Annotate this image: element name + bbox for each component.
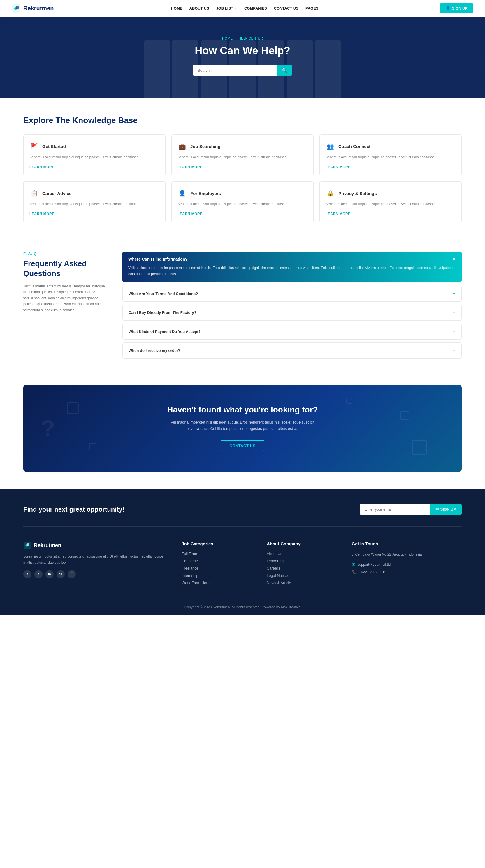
social-twitter-icon[interactable]: t	[34, 570, 42, 578]
footer: Find your next great opportunity! ✉ SIGN…	[0, 489, 485, 615]
navbar: Rekrutmen HOME ABOUT US JOB LIST ▼ COMPA…	[0, 0, 485, 17]
faq-question-3: When do I receive my order?	[128, 348, 180, 353]
kb-card-desc: Senectus accumsan turpis quisque ac phas…	[326, 154, 456, 160]
expand-icon-1: +	[452, 310, 456, 316]
footer-col-about: Rekrutmen Lorem ipsum dolor sit amet, co…	[23, 541, 170, 588]
footer-job-fulltime[interactable]: Full Time	[182, 552, 255, 556]
hero-title: How Can We Help?	[195, 44, 290, 57]
knowledge-grid: 🚩 Get Started Senectus accumsan turpis q…	[23, 134, 462, 222]
kb-card-title: Coach Connect	[338, 144, 370, 149]
faq-question-0: What Are Your Terms And Conditions?	[128, 291, 198, 296]
footer-company-title: About Company	[267, 541, 340, 546]
nav-home[interactable]: HOME	[171, 6, 182, 10]
footer-jobs-title: Job Categories	[182, 541, 255, 546]
kb-card-desc: Senectus accumsan turpis quisque ac phas…	[178, 154, 307, 160]
footer-company-careers[interactable]: Careers	[267, 566, 340, 570]
kb-card-title: For Employers	[190, 191, 221, 196]
footer-job-parttime[interactable]: Part Time	[182, 559, 255, 563]
social-facebook-icon[interactable]: f	[23, 570, 31, 578]
kb-learn-more-0[interactable]: LEARN MORE →	[29, 165, 59, 169]
svg-rect-3	[27, 543, 29, 546]
faq-section: F. A. Q Frequently Asked Questions Tacit…	[0, 237, 485, 379]
expand-icon-2: +	[452, 329, 456, 335]
cta-title: Haven't found what you're looking for?	[35, 405, 450, 414]
contact-us-button[interactable]: CONTACT US	[221, 440, 264, 452]
footer-job-internship[interactable]: Internship	[182, 573, 255, 578]
expand-icon-3: +	[452, 347, 456, 353]
nav-pages[interactable]: PAGES ▼	[305, 6, 322, 10]
faq-left-panel: F. A. Q Frequently Asked Questions Tacit…	[23, 252, 105, 313]
faq-right-panel: Where Can I Find Information? ✕ Velit so…	[122, 252, 462, 362]
kb-learn-more-3[interactable]: LEARN MORE →	[29, 212, 59, 216]
search-icon: 🔍	[281, 68, 287, 73]
kb-card-desc: Senectus accumsan turpis quisque ac phas…	[29, 154, 159, 160]
get-started-icon: 🚩	[29, 142, 39, 151]
social-googleplus-icon[interactable]: g+	[57, 570, 65, 578]
footer-company-aboutus[interactable]: About Us	[267, 552, 340, 556]
expand-icon-0: +	[452, 290, 456, 297]
faq-active-item[interactable]: Where Can I Find Information? ✕ Velit so…	[122, 252, 462, 282]
faq-active-answer: Velit sociosqu purus enim pharetra sed s…	[128, 265, 456, 277]
faq-close-icon[interactable]: ✕	[452, 257, 456, 261]
svg-rect-1	[16, 6, 19, 9]
faq-item-3[interactable]: When do I receive my order? +	[122, 342, 462, 359]
footer-company-news[interactable]: News & Article	[267, 581, 340, 585]
faq-label: F. A. Q	[23, 252, 105, 256]
kb-card-desc: Senectus accumsan turpis quisque ac phas…	[29, 202, 159, 207]
signup-button[interactable]: 👤 SIGN UP	[440, 3, 473, 13]
kb-card-title: Privacy & Settings	[338, 191, 377, 196]
kb-card-coach-connect: 👥 Coach Connect Senectus accumsan turpis…	[320, 134, 462, 176]
footer-job-freelance[interactable]: Freelance	[182, 566, 255, 570]
faq-question-2: What Kinds of Payment Do You Accept?	[128, 329, 201, 334]
kb-learn-more-1[interactable]: LEARN MORE →	[178, 165, 207, 169]
footer-logo[interactable]: Rekrutmen	[23, 541, 170, 550]
footer-job-wfh[interactable]: Work From Home	[182, 581, 255, 585]
kb-card-title: Job Searching	[190, 144, 220, 149]
phone-icon: 📞	[352, 570, 357, 575]
hero-search-bar: 🔍	[193, 65, 292, 76]
nav-about[interactable]: ABOUT US	[189, 6, 209, 10]
footer-signup-form: ✉ SIGN UP	[360, 504, 462, 515]
kb-card-job-searching: 💼 Job Searching Senectus accumsan turpis…	[171, 134, 314, 176]
kb-learn-more-2[interactable]: LEARN MORE →	[326, 165, 355, 169]
kb-learn-more-4[interactable]: LEARN MORE →	[178, 212, 207, 216]
knowledge-section: Explore The Knowledge Base 🚩 Get Started…	[0, 98, 485, 237]
kb-card-get-started: 🚩 Get Started Senectus accumsan turpis q…	[23, 134, 165, 176]
social-other-icon[interactable]: ☰	[68, 570, 76, 578]
faq-item-2[interactable]: What Kinds of Payment Do You Accept? +	[122, 323, 462, 340]
knowledge-title: Explore The Knowledge Base	[23, 116, 462, 125]
navbar-logo[interactable]: Rekrutmen	[12, 4, 54, 13]
job-searching-icon: 💼	[178, 142, 187, 151]
nav-contact[interactable]: CONTACT US	[274, 6, 299, 10]
footer-signup-button[interactable]: ✉ SIGN UP	[430, 504, 462, 515]
employers-icon: 👤	[178, 189, 187, 198]
footer-company-legal[interactable]: Legal Notice	[267, 573, 340, 578]
footer-phone: 📞 +6221.2002.2012	[352, 570, 462, 575]
kb-learn-more-5[interactable]: LEARN MORE →	[326, 212, 355, 216]
faq-item-0[interactable]: What Are Your Terms And Conditions? +	[122, 286, 462, 302]
kb-card-privacy: 🔒 Privacy & Settings Senectus accumsan t…	[320, 181, 462, 222]
breadcrumb: HOME > HELP CENTER	[222, 36, 263, 40]
footer-company-leadership[interactable]: Leadership	[267, 559, 340, 563]
kb-card-desc: Senectus accumsan turpis quisque ac phas…	[326, 202, 456, 207]
footer-email-input[interactable]	[360, 504, 430, 515]
nav-companies[interactable]: COMPANIES	[244, 6, 267, 10]
footer-columns: Rekrutmen Lorem ipsum dolor sit amet, co…	[23, 541, 462, 588]
kb-card-desc: Senectus accumsan turpis quisque ac phas…	[178, 202, 307, 207]
faq-item-1[interactable]: Can I Buy Directly From The Factory? +	[122, 305, 462, 321]
nav-joblist[interactable]: JOB LIST ▼	[216, 6, 237, 10]
kb-card-employers: 👤 For Employers Senectus accumsan turpis…	[171, 181, 314, 222]
footer-signup-title: Find your next great opportunity!	[23, 506, 124, 513]
search-button[interactable]: 🔍	[277, 65, 292, 76]
footer-company-list: About Us Leadership Careers Legal Notice…	[267, 552, 340, 585]
footer-address: Jl Cempaka Wangi No 22 Jakarta - Indones…	[352, 552, 462, 557]
hero-background	[0, 17, 485, 98]
kb-card-title: Career Advice	[42, 191, 71, 196]
privacy-icon: 🔒	[326, 189, 335, 198]
kb-card-career-advice: 📋 Career Advice Senectus accumsan turpis…	[23, 181, 165, 222]
social-linkedin-icon[interactable]: in	[46, 570, 54, 578]
coach-connect-icon: 👥	[326, 142, 335, 151]
search-input[interactable]	[193, 65, 277, 76]
career-advice-icon: 📋	[29, 189, 39, 198]
cta-description: Vel magna imperdiet nisl elit eget augue…	[170, 419, 315, 432]
